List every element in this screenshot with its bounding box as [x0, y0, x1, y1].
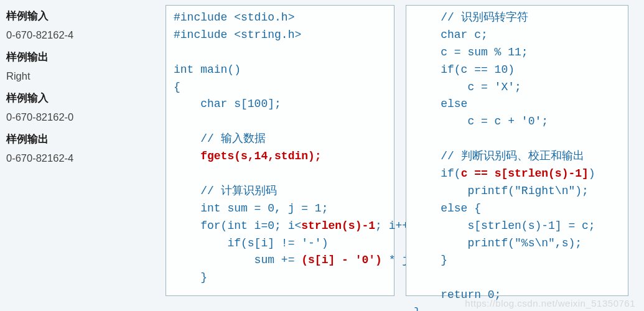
highlighted-compare: c == s[strlen(s)-1]: [461, 167, 589, 180]
code-block-right: // 识别码转字符 char c; c = sum % 11; if(c == …: [406, 5, 628, 296]
sample-io-panel: 样例输入 0-670-82162-4 样例输出 Right 样例输入 0-670…: [6, 5, 154, 296]
sample-input-heading-1: 样例输入: [6, 9, 154, 23]
sample-input-value-2: 0-670-82162-0: [6, 111, 154, 123]
sample-output-heading-2: 样例输出: [6, 132, 154, 146]
watermark-text: https://blog.csdn.net/weixin_51350761: [465, 298, 635, 309]
page-container: 样例输入 0-670-82162-4 样例输出 Right 样例输入 0-670…: [0, 0, 644, 301]
sample-input-heading-2: 样例输入: [6, 91, 154, 105]
highlighted-strlen-1: strlen(s)-1: [301, 220, 375, 232]
code-content-left: #include <stdio.h> #include <string.h> i…: [174, 9, 386, 287]
code-block-left: #include <stdio.h> #include <string.h> i…: [166, 5, 394, 296]
sample-input-value-1: 0-670-82162-4: [6, 29, 154, 41]
sample-output-value-2: 0-670-82162-4: [6, 152, 154, 164]
code-content-right: // 识别码转字符 char c; c = sum % 11; if(c == …: [414, 9, 620, 311]
sample-output-value-1: Right: [6, 70, 154, 82]
sample-output-heading-1: 样例输出: [6, 50, 154, 64]
highlighted-expr: (s[i] - '0'): [301, 254, 382, 266]
highlighted-fgets: fgets(s,14,stdin);: [174, 150, 322, 162]
